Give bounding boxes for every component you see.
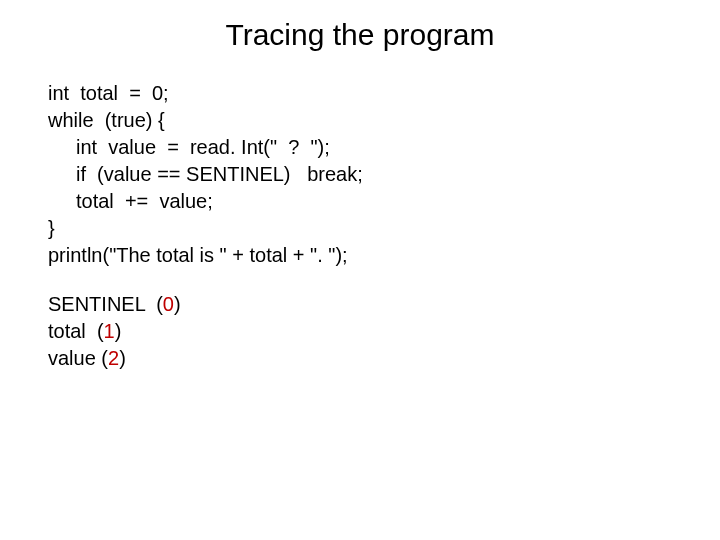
trace-2-suffix: ) [115, 320, 122, 342]
trace-line-1: SENTINEL (0) [48, 291, 720, 318]
slide-title: Tracing the program [0, 18, 720, 52]
code-line-2: while (true) { [48, 107, 720, 134]
trace-1-prefix: SENTINEL ( [48, 293, 163, 315]
slide: Tracing the program int total = 0; while… [0, 0, 720, 540]
trace-3-prefix: value ( [48, 347, 108, 369]
slide-body: int total = 0; while (true) { int value … [0, 80, 720, 372]
trace-2-value: 1 [104, 320, 115, 342]
trace-2-prefix: total ( [48, 320, 104, 342]
code-line-3: int value = read. Int(" ? "); [48, 134, 720, 161]
trace-3-suffix: ) [119, 347, 126, 369]
trace-1-value: 0 [163, 293, 174, 315]
code-line-7: println("The total is " + total + ". "); [48, 242, 720, 269]
trace-line-3: value (2) [48, 345, 720, 372]
trace-1-suffix: ) [174, 293, 181, 315]
trace-3-value: 2 [108, 347, 119, 369]
code-line-6: } [48, 215, 720, 242]
code-line-1: int total = 0; [48, 80, 720, 107]
code-line-4: if (value == SENTINEL) break; [48, 161, 720, 188]
spacer [48, 269, 720, 291]
code-line-5: total += value; [48, 188, 720, 215]
trace-line-2: total (1) [48, 318, 720, 345]
